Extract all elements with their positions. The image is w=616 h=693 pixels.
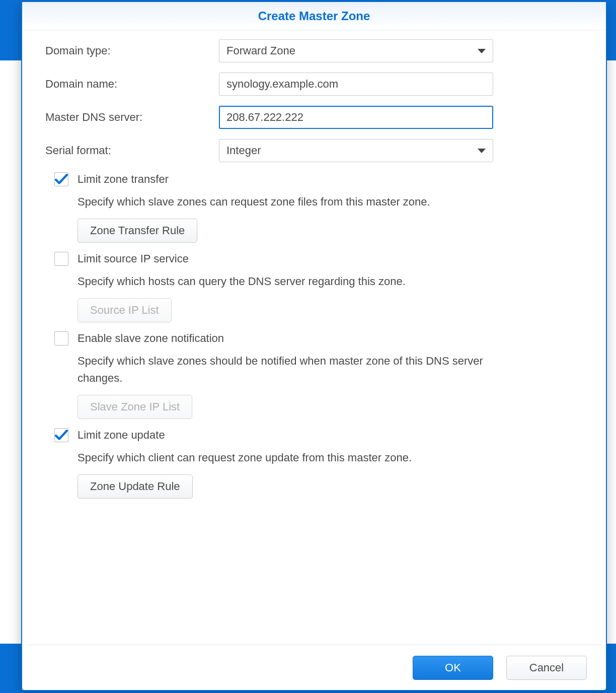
zone-transfer-rule-button[interactable]: Zone Transfer Rule xyxy=(78,219,197,243)
label-limit-source-ip[interactable]: Limit source IP service xyxy=(78,252,189,265)
label-domain-name: Domain name: xyxy=(45,78,219,91)
chevron-down-icon xyxy=(478,149,486,153)
ok-button[interactable]: OK xyxy=(413,656,493,680)
options-block: Limit zone transfer Specify which slave … xyxy=(54,172,583,499)
label-master-dns: Master DNS server: xyxy=(45,111,219,124)
label-limit-zone-update[interactable]: Limit zone update xyxy=(78,429,165,442)
desc-limit-zone-update: Specify which client can request zone up… xyxy=(78,449,530,466)
select-serial-format-value: Integer xyxy=(226,144,261,157)
label-limit-zone-transfer[interactable]: Limit zone transfer xyxy=(78,173,169,186)
desc-enable-slave-notify: Specify which slave zones should be noti… xyxy=(78,353,530,387)
row-serial-format: Serial format: Integer xyxy=(45,139,583,162)
source-ip-list-button: Source IP List xyxy=(78,298,172,322)
create-master-zone-dialog: Create Master Zone Domain type: Forward … xyxy=(21,1,607,691)
checkbox-limit-source-ip[interactable] xyxy=(54,252,68,266)
check-icon xyxy=(55,173,68,185)
check-row-limit-zone-transfer: Limit zone transfer xyxy=(54,172,583,186)
slave-zone-ip-list-button: Slave Zone IP List xyxy=(78,395,192,419)
check-row-limit-source-ip: Limit source IP service xyxy=(54,252,583,266)
checkbox-enable-slave-notify[interactable] xyxy=(54,331,68,345)
check-icon xyxy=(55,429,68,441)
desc-limit-source-ip: Specify which hosts can query the DNS se… xyxy=(78,273,530,290)
select-domain-type[interactable]: Forward Zone xyxy=(219,39,493,62)
label-serial-format: Serial format: xyxy=(45,144,219,157)
row-domain-type: Domain type: Forward Zone xyxy=(45,39,583,62)
dialog-body: Domain type: Forward Zone Domain name: s… xyxy=(22,30,606,645)
input-master-dns[interactable]: 208.67.222.222 xyxy=(219,106,493,129)
check-row-limit-zone-update: Limit zone update xyxy=(54,428,583,442)
cancel-button[interactable]: Cancel xyxy=(506,656,587,680)
label-enable-slave-notify[interactable]: Enable slave zone notification xyxy=(78,332,224,345)
dialog-footer: OK Cancel xyxy=(27,645,601,690)
row-domain-name: Domain name: synology.example.com xyxy=(45,73,583,96)
dialog-title: Create Master Zone xyxy=(258,9,370,23)
row-master-dns: Master DNS server: 208.67.222.222 xyxy=(45,106,583,129)
chevron-down-icon xyxy=(478,49,486,53)
label-domain-type: Domain type: xyxy=(45,44,219,57)
input-master-dns-value: 208.67.222.222 xyxy=(226,111,303,124)
checkbox-limit-zone-update[interactable] xyxy=(54,428,68,442)
desc-limit-zone-transfer: Specify which slave zones can request zo… xyxy=(78,193,530,211)
input-domain-name-value: synology.example.com xyxy=(226,78,338,91)
select-domain-type-value: Forward Zone xyxy=(226,44,295,57)
checkbox-limit-zone-transfer[interactable] xyxy=(54,172,68,186)
dialog-header: Create Master Zone xyxy=(22,2,606,30)
zone-update-rule-button[interactable]: Zone Update Rule xyxy=(78,474,193,499)
input-domain-name[interactable]: synology.example.com xyxy=(219,73,493,96)
select-serial-format[interactable]: Integer xyxy=(219,139,493,162)
check-row-enable-slave-notify: Enable slave zone notification xyxy=(54,331,583,345)
